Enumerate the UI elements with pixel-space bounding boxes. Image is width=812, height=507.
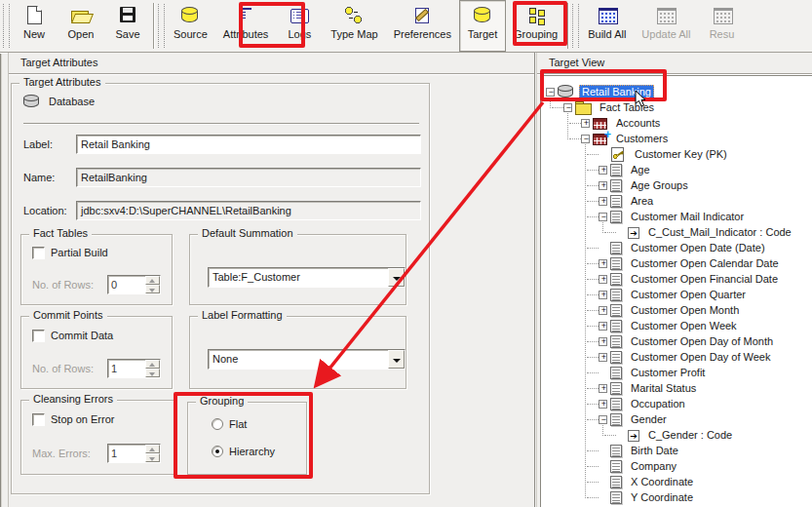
partial-build-checkbox[interactable] xyxy=(32,247,45,259)
toolbar-gripper[interactable] xyxy=(3,4,10,48)
label-input[interactable]: Retail Banking xyxy=(76,135,421,154)
spinner-down-button[interactable] xyxy=(145,285,160,293)
tree-expander[interactable] xyxy=(599,197,607,206)
tree-expander[interactable] xyxy=(563,103,572,112)
tree-node[interactable]: Company xyxy=(541,458,812,474)
tree-expander[interactable] xyxy=(599,322,607,331)
toolbar-button[interactable]: Build All xyxy=(580,0,634,52)
tree-node[interactable]: Birth Date xyxy=(541,443,812,458)
grid-icon xyxy=(595,5,620,26)
tree-node-label: Customer Open Day of Week xyxy=(628,350,773,364)
toolbar-button[interactable]: Resu xyxy=(699,0,746,52)
name-input[interactable]: RetailBanking xyxy=(76,168,421,187)
tree-node[interactable]: Occupation xyxy=(541,396,812,411)
tree-node[interactable]: Fact Tables xyxy=(541,99,812,115)
tree-node[interactable]: Customer Open Day of Week xyxy=(541,349,812,365)
tree-node[interactable]: Retail Banking xyxy=(541,84,812,99)
combobox-value: Table:F_Customer xyxy=(209,268,388,287)
tree-expander[interactable] xyxy=(599,415,607,424)
tree-node[interactable]: Accounts xyxy=(541,115,812,131)
code-icon xyxy=(628,430,639,442)
toolbar-button[interactable]: Source xyxy=(166,0,215,52)
toolbar-button[interactable]: Attributes xyxy=(215,0,276,52)
commit-data-checkbox[interactable] xyxy=(32,330,45,342)
flat-radio[interactable] xyxy=(212,418,223,430)
spinner-up-button[interactable] xyxy=(145,445,160,453)
typemap-icon xyxy=(341,5,367,26)
stop-on-error-checkbox[interactable] xyxy=(32,413,45,426)
toolbar-button[interactable]: Update All xyxy=(634,0,698,52)
tree-node[interactable]: Customer Mail Indicator xyxy=(541,209,812,224)
tree-node[interactable]: Marital Status xyxy=(541,380,812,396)
max-errors-spinner[interactable]: 1 xyxy=(107,444,161,463)
toolbar-button[interactable]: Save xyxy=(104,0,151,52)
tree-node[interactable]: Customers xyxy=(541,131,812,146)
tree-node[interactable]: Customer Open Quarter xyxy=(541,287,812,302)
tree-connector xyxy=(587,482,599,483)
spinner-up-button[interactable] xyxy=(145,276,160,285)
tree-node[interactable]: Customer Profit xyxy=(541,365,812,380)
tree-connector xyxy=(587,450,599,451)
tree-expander[interactable] xyxy=(599,353,607,362)
tree-node[interactable]: C_Gender : Code xyxy=(541,427,812,443)
toolbar-button[interactable]: Target xyxy=(459,0,506,52)
tree-node[interactable]: Customer Open Week xyxy=(541,318,812,333)
toolbar-gripper[interactable] xyxy=(158,4,165,48)
rows-spinner[interactable]: 0 xyxy=(107,275,161,294)
tree-node[interactable]: Y Coordinate xyxy=(541,489,812,505)
tree-expander[interactable] xyxy=(599,166,607,175)
tree-expander[interactable] xyxy=(581,135,590,143)
combobox-dropdown-button[interactable] xyxy=(388,268,405,287)
tree-node[interactable]: C_Cust_Mail_Indicator : Code xyxy=(541,224,812,240)
field-icon xyxy=(610,289,622,301)
tree-expander[interactable] xyxy=(581,119,590,128)
application-window: New Open Save Source Attributes xyxy=(0,0,812,507)
toolbar-button[interactable]: Grouping xyxy=(506,0,565,52)
tree-node[interactable]: Customer Open Financial Date xyxy=(541,271,812,287)
toolbar-button[interactable]: Open xyxy=(58,0,104,52)
tree-connector xyxy=(587,372,599,373)
tree-expander[interactable] xyxy=(546,88,555,97)
tree-node[interactable]: Area xyxy=(541,193,812,209)
tree-expander[interactable] xyxy=(599,181,607,190)
tree-node[interactable]: Age xyxy=(541,162,812,177)
tree-expander[interactable] xyxy=(599,213,607,221)
tree-node-label: Customer Open Week xyxy=(628,319,740,332)
tree-expander[interactable] xyxy=(599,275,607,284)
database-label: Database xyxy=(49,96,95,107)
default-summation-groupbox: Default Summation Table:F_Customer xyxy=(189,234,406,305)
tree-connector xyxy=(587,326,599,327)
tree-expander[interactable] xyxy=(599,291,607,299)
tree-node[interactable]: Customer Open Date (Date) xyxy=(541,240,812,255)
tree-expander[interactable] xyxy=(599,306,607,315)
toolbar-button[interactable]: Type Map xyxy=(323,0,385,52)
toolbar-gripper[interactable] xyxy=(572,4,579,48)
spinner-up-button[interactable] xyxy=(145,360,160,369)
tree-expander[interactable] xyxy=(599,400,607,409)
spinner-down-button[interactable] xyxy=(145,453,160,462)
toolbar-button[interactable]: Logs xyxy=(276,0,323,52)
location-input[interactable]: jdbc:sxv4:D:\SuperCHANNEL\RetailBanking xyxy=(76,201,421,220)
tree-node[interactable]: Customer Key (PK) xyxy=(541,146,812,162)
toolbar-separator xyxy=(153,3,155,49)
tree-node[interactable]: Customer Open Calendar Date xyxy=(541,255,812,271)
tree-node[interactable]: Age Groups xyxy=(541,177,812,193)
spinner-down-button[interactable] xyxy=(145,369,160,377)
rows-spinner[interactable]: 1 xyxy=(107,359,161,378)
tree-node[interactable]: X Coordinate xyxy=(541,474,812,489)
label-formatting-combobox[interactable]: None xyxy=(208,349,406,370)
tree-expander[interactable] xyxy=(599,384,607,393)
toolbar-button-label: Logs xyxy=(288,28,311,40)
tree-node[interactable]: Customer Open Month xyxy=(541,302,812,318)
tree-node[interactable]: Customer Open Day of Month xyxy=(541,333,812,349)
tree-node[interactable]: Gender xyxy=(541,411,812,427)
hierarchy-radio[interactable] xyxy=(212,446,223,457)
field-icon xyxy=(610,398,622,410)
combobox-dropdown-button[interactable] xyxy=(388,350,405,369)
toolbar-button[interactable]: New xyxy=(11,0,58,52)
toolbar-button[interactable]: Preferences xyxy=(386,0,459,52)
default-summation-combobox[interactable]: Table:F_Customer xyxy=(208,267,406,288)
tree-connector xyxy=(587,404,599,405)
tree-expander[interactable] xyxy=(599,259,607,268)
tree-expander[interactable] xyxy=(599,337,607,346)
